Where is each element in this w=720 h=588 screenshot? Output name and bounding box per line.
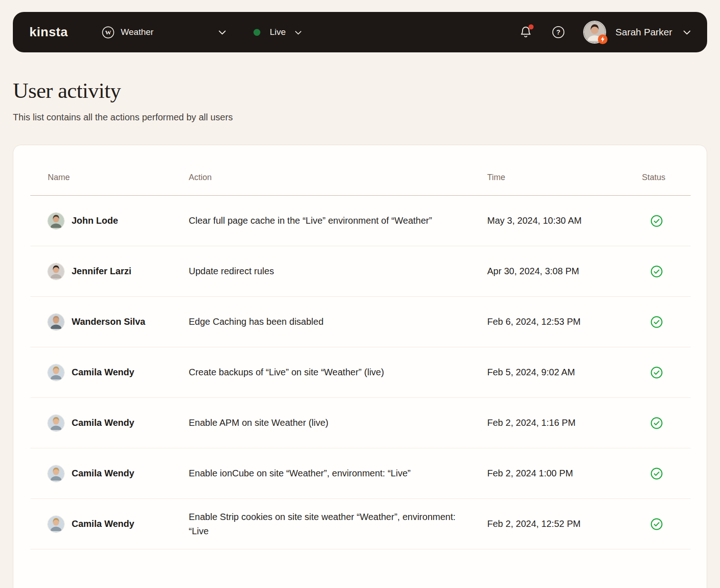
status-cell [642,417,691,430]
user-avatar [48,516,64,532]
user-avatar [48,314,64,330]
help-button[interactable]: ? [552,26,565,39]
user-name-label: John Lode [72,215,118,226]
user-avatar [48,364,64,381]
success-status-icon [650,417,691,430]
table-body: John Lode Clear full page cache in the “… [30,196,691,549]
top-navbar: kinsta W Weather Live [13,12,707,52]
time-cell: Feb 2, 2024 1:00 PM [487,468,642,479]
name-cell: Camila Wendy [30,415,189,431]
status-cell [642,366,691,379]
column-header-time: Time [487,173,642,182]
user-name-label: Jennifer Larzi [72,266,131,277]
site-selector-label: Weather [121,27,153,37]
table-row: Camila Wendy Enable APM on site Weather … [30,398,691,448]
user-menu[interactable]: Sarah Parker [584,22,691,43]
user-name-label: Camila Wendy [72,519,134,529]
user-name-label: Camila Wendy [72,367,134,378]
chevron-down-icon [219,27,226,37]
page-header: User activity This list contains all the… [13,78,707,123]
kinsta-logo: kinsta [29,25,68,40]
table-row: Camila Wendy Enable Strip cookies on sit… [30,499,691,549]
site-selector[interactable]: W Weather [102,26,226,39]
column-header-status: Status [642,173,691,182]
status-cell [642,467,691,480]
svg-text:W: W [105,29,112,36]
table-row: John Lode Clear full page cache in the “… [30,196,691,246]
action-cell: Create backups of “Live” on site “Weathe… [189,365,487,379]
user-name-label: Camila Wendy [72,468,134,479]
navbar-right: ? Sarah Parker [520,22,691,43]
wordpress-icon: W [102,26,114,39]
table-row: Camila Wendy Enable ionCube on site “Wea… [30,448,691,499]
status-cell [642,518,691,531]
column-header-action: Action [189,173,487,182]
action-cell: Enable APM on site Weather (live) [189,416,487,430]
success-status-icon [650,366,691,379]
status-cell [642,265,691,278]
action-cell: Edge Caching has been disabled [189,315,487,329]
chevron-down-icon [683,27,691,37]
success-status-icon [650,215,691,227]
time-cell: May 3, 2024, 10:30 AM [487,215,642,226]
user-name: Sarah Parker [615,27,672,38]
user-activity-card: Name Action Time Status John Lode Clear … [13,145,707,588]
time-cell: Feb 5, 2024, 9:02 AM [487,367,642,378]
user-avatar [584,22,605,43]
table-row: Jennifer Larzi Update redirect rules Apr… [30,246,691,297]
action-cell: Update redirect rules [189,264,487,278]
table-header-row: Name Action Time Status [30,145,691,196]
name-cell: Jennifer Larzi [30,263,189,280]
question-mark-icon: ? [552,26,565,39]
lightning-badge-icon [598,34,608,44]
status-cell [642,215,691,227]
user-avatar [48,213,64,229]
environment-selector-label: Live [270,27,286,37]
name-cell: Wanderson Silva [30,314,189,330]
page-subtitle: This list contains all the actions perfo… [13,112,707,123]
name-cell: Camila Wendy [30,364,189,381]
action-cell: Enable Strip cookies on site site weathe… [189,510,487,538]
success-status-icon [650,265,691,278]
svg-text:?: ? [557,28,561,36]
user-avatar [48,415,64,431]
time-cell: Feb 6, 2024, 12:53 PM [487,317,642,327]
user-avatar [48,263,64,280]
table-row: Wanderson Silva Edge Caching has been di… [30,297,691,347]
table-row: Camila Wendy Create backups of “Live” on… [30,347,691,398]
success-status-icon [650,518,691,531]
user-activity-table: Name Action Time Status John Lode Clear … [30,145,691,549]
environment-selector[interactable]: Live [253,27,302,37]
action-cell: Enable ionCube on site “Weather”, enviro… [189,466,487,481]
chevron-down-icon [295,27,302,37]
user-name-label: Wanderson Silva [72,317,145,327]
name-cell: Camila Wendy [30,465,189,482]
success-status-icon [650,316,691,328]
name-cell: Camila Wendy [30,516,189,532]
notifications-button[interactable] [520,26,532,39]
user-name-label: Camila Wendy [72,418,134,428]
notification-alert-dot [529,24,534,29]
action-cell: Clear full page cache in the “Live” envi… [189,214,487,228]
status-cell [642,316,691,328]
page-title: User activity [13,78,707,103]
success-status-icon [650,467,691,480]
time-cell: Feb 2, 2024, 12:52 PM [487,519,642,529]
time-cell: Apr 30, 2024, 3:08 PM [487,266,642,277]
column-header-name: Name [30,173,189,182]
live-status-dot [253,29,260,36]
name-cell: John Lode [30,213,189,229]
time-cell: Feb 2, 2024, 1:16 PM [487,418,642,428]
user-avatar [48,465,64,482]
